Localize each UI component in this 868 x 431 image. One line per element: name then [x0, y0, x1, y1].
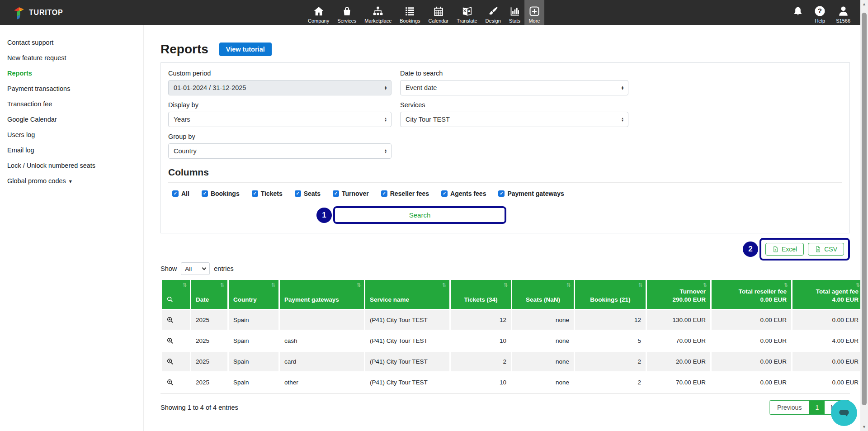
report-table: ⇅ ⇅Date ⇅Country ⇅Payment gateways ⇅Serv… — [160, 279, 864, 393]
select-caret-icon: ▴▾ — [385, 117, 387, 122]
annotation-box-2: x Excel CSV — [760, 238, 850, 260]
help-button[interactable]: ? Help — [812, 0, 828, 25]
sort-icon: ⇅ — [220, 282, 224, 288]
column-header-bookings[interactable]: ⇅Bookings (21) — [575, 280, 646, 309]
sort-icon: ⇅ — [703, 282, 707, 288]
table-summary: Showing 1 to 4 of 4 entries — [160, 404, 238, 411]
sidebar-item-payment-transactions[interactable]: Payment transactions — [0, 81, 143, 96]
sort-icon: ⇅ — [504, 282, 508, 288]
export-excel-button[interactable]: x Excel — [765, 243, 804, 256]
checkbox-seats[interactable]: ✓Seats — [295, 190, 321, 197]
entries-label: entries — [214, 265, 234, 272]
select-caret-icon: ▴▾ — [385, 85, 387, 90]
sidebar-item-new-feature-request[interactable]: New feature request — [0, 50, 143, 66]
brand-text: TURITOP — [29, 9, 63, 17]
nav-item-translate[interactable]: A Translate — [453, 0, 481, 25]
select-caret-icon: ▴▾ — [622, 117, 623, 122]
services-select[interactable]: City Tour TEST ▴▾ — [400, 112, 628, 127]
checkmark-icon: ✓ — [295, 190, 301, 197]
checkbox-all[interactable]: ✓All — [172, 190, 189, 197]
checkmark-icon: ✓ — [333, 190, 339, 197]
column-header-total-reseller-fee[interactable]: ⇅Total reseller fee0.00 EUR — [712, 280, 791, 309]
checkbox-bookings[interactable]: ✓Bookings — [202, 190, 240, 197]
nav-item-marketplace[interactable]: Marketplace — [360, 0, 396, 25]
checkbox-payment-gateways[interactable]: ✓Payment gateways — [498, 190, 564, 197]
annotation-step-2: 2 — [743, 242, 758, 257]
home-icon — [313, 5, 325, 17]
svg-text:A: A — [467, 9, 470, 13]
top-navbar: TURITOP Company Services Marketplace Boo… — [0, 0, 860, 25]
nav-item-stats[interactable]: Stats — [505, 0, 524, 25]
user-account-button[interactable]: S1566 — [834, 0, 852, 25]
sort-icon: ⇅ — [357, 282, 361, 288]
checkmark-icon: ✓ — [202, 190, 208, 197]
column-header-date[interactable]: ⇅Date — [191, 280, 227, 309]
sort-icon: ⇅ — [638, 282, 642, 288]
question-circle-icon: ? — [814, 5, 826, 17]
nav-item-services[interactable]: Services — [333, 0, 360, 25]
column-header-seats[interactable]: ⇅Seats (NaN) — [512, 280, 574, 309]
nav-item-design[interactable]: Design — [481, 0, 505, 25]
search-button[interactable]: Search — [335, 208, 505, 222]
sidebar-item-users-log[interactable]: Users log — [0, 127, 143, 142]
column-header-search[interactable]: ⇅ — [162, 280, 190, 309]
display-by-select[interactable]: Years ▴▾ — [168, 112, 392, 127]
date-to-search-select[interactable]: Event date ▴▾ — [400, 80, 628, 95]
sidebar-item-email-log[interactable]: Email log — [0, 142, 143, 158]
checkbox-agents-fees[interactable]: ✓Agents fees — [441, 190, 486, 197]
row-zoom-button[interactable] — [162, 310, 190, 330]
nav-item-calendar[interactable]: Calendar — [425, 0, 453, 25]
checkmark-icon: ✓ — [441, 190, 448, 197]
row-zoom-button[interactable] — [162, 352, 190, 371]
chat-widget-button[interactable] — [831, 400, 857, 426]
notifications-button[interactable] — [790, 0, 806, 25]
entries-length-select[interactable]: All — [181, 262, 210, 275]
svg-text:x: x — [775, 248, 777, 251]
checkbox-reseller-fees[interactable]: ✓Reseller fees — [381, 190, 429, 197]
sidebar-item-reports[interactable]: Reports — [0, 66, 143, 81]
column-header-turnover[interactable]: ⇅Turnover290.00 EUR — [647, 280, 710, 309]
column-header-tickets[interactable]: ⇅Tickets (34) — [451, 280, 511, 309]
pagination-previous[interactable]: Previous — [769, 401, 809, 414]
user-icon — [837, 5, 849, 17]
group-by-select[interactable]: Country ▴▾ — [168, 143, 392, 159]
row-zoom-button[interactable] — [162, 373, 190, 392]
sort-icon: ⇅ — [271, 282, 275, 288]
sidebar-item-lock-unlock-seats[interactable]: Lock / Unlock numbered seats — [0, 158, 143, 173]
view-tutorial-button[interactable]: View tutorial — [219, 43, 272, 56]
sort-icon: ⇅ — [784, 282, 788, 288]
search-icon — [166, 296, 185, 303]
speech-bubble-icon — [837, 406, 851, 420]
sidebar-item-google-calendar[interactable]: Google Calendar — [0, 112, 143, 127]
chevron-down-icon — [202, 265, 207, 270]
checkbox-turnover[interactable]: ✓Turnover — [333, 190, 369, 197]
column-header-payment-gateways[interactable]: ⇅Payment gateways — [280, 280, 364, 309]
bell-icon — [792, 5, 804, 18]
checkmark-icon: ✓ — [381, 190, 387, 197]
export-csv-button[interactable]: CSV — [808, 243, 844, 256]
nav-item-bookings[interactable]: Bookings — [396, 0, 424, 25]
chevron-down-icon: ▾ — [69, 178, 72, 185]
sidebar: Contact support New feature request Repo… — [0, 25, 144, 431]
nav-item-more[interactable]: More — [524, 0, 544, 25]
scrollbar-thumb[interactable] — [862, 13, 867, 405]
row-zoom-button[interactable] — [162, 331, 190, 350]
turitop-logo[interactable]: TURITOP — [14, 0, 63, 25]
sidebar-item-global-promo-codes[interactable]: Global promo codes ▾ — [0, 173, 143, 189]
custom-period-label: Custom period — [168, 70, 392, 77]
custom-period-select[interactable]: 01-01-2024 / 31-12-2025 ▴▾ — [168, 80, 392, 95]
sidebar-item-transaction-fee[interactable]: Transaction fee — [0, 96, 143, 112]
sidebar-item-contact-support[interactable]: Contact support — [0, 35, 143, 50]
scrollbar-down-arrow[interactable]: ▼ — [860, 425, 868, 429]
column-header-country[interactable]: ⇅Country — [229, 280, 278, 309]
svg-text:?: ? — [818, 7, 822, 14]
main-content: Reports View tutorial Custom period 01-0… — [144, 25, 860, 431]
date-to-search-label: Date to search — [400, 70, 628, 77]
column-header-total-agent-fee[interactable]: ⇅Total agent fee4.00 EUR — [793, 280, 863, 309]
checkbox-tickets[interactable]: ✓Tickets — [252, 190, 283, 197]
navbar-right: ? Help S1566 — [790, 0, 852, 25]
pagination-page-1[interactable]: 1 — [809, 401, 825, 414]
scrollbar-up-arrow[interactable]: ▲ — [860, 2, 868, 6]
nav-item-company[interactable]: Company — [304, 0, 333, 25]
column-header-service-name[interactable]: ⇅Service name — [365, 280, 449, 309]
